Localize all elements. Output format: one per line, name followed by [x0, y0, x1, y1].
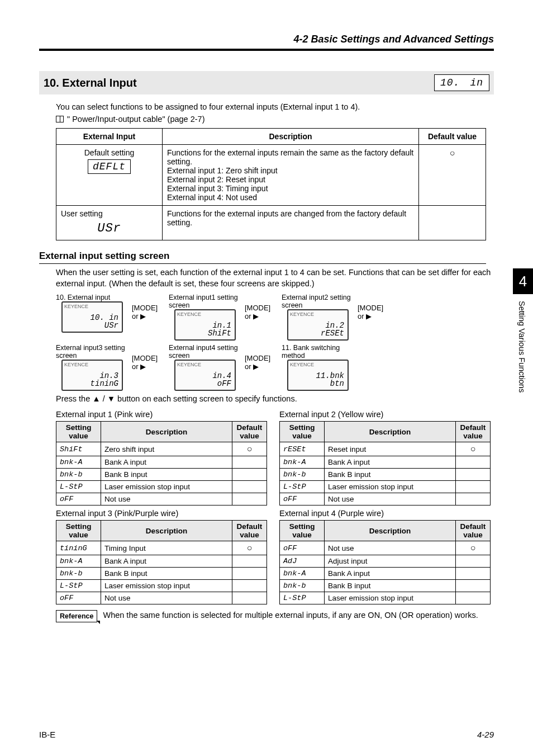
- row-desc: Functions for the external inputs remain…: [163, 145, 419, 206]
- section-intro: You can select functions to be assigned …: [56, 102, 494, 111]
- page-header-title: 4-2 Basic Settings and Advanced Settings: [39, 34, 494, 51]
- subsection-text: When the user setting is set, each funct…: [56, 267, 494, 289]
- external-input-table: External Input Description Default value…: [56, 128, 486, 240]
- row-default: [419, 206, 486, 240]
- reference-text: When the same function is selected for m…: [103, 610, 494, 621]
- row-seg: USr: [93, 220, 126, 237]
- th-description: Description: [163, 129, 419, 145]
- section-title: 10. External Input: [44, 77, 427, 89]
- table-caption-in4: External input 4 (Purple wire): [279, 509, 491, 518]
- table-caption-in3: External input 3 (Pink/Purple wire): [56, 509, 267, 518]
- badge-number: 10.: [440, 77, 460, 88]
- book-reference: " Power/Input-output cable" (page 2-7): [67, 115, 204, 124]
- flow-label: 10. External input: [56, 294, 129, 301]
- mode-arrow: [MODE] or ▶: [132, 354, 165, 371]
- footer-page-number: 4-29: [477, 730, 494, 739]
- mini-screen: KEYENCE in.3 tininG: [61, 360, 123, 391]
- table-row: Default setting dEFLt: [56, 145, 163, 206]
- book-icon: [56, 116, 64, 122]
- table-row: User setting USr: [56, 206, 163, 240]
- input4-table: Setting value Description Default value …: [279, 520, 491, 604]
- mini-screen: KEYENCE in.1 ShiFt: [174, 309, 236, 341]
- input1-table: Setting value Description Default value …: [56, 421, 267, 505]
- row-default: ○: [419, 145, 486, 206]
- input3-table: Setting value Description Default value …: [56, 520, 267, 604]
- footer-doc-id: IB-E: [39, 730, 55, 739]
- chapter-number: 4: [513, 268, 533, 294]
- input2-table: Setting value Description Default value …: [279, 421, 491, 505]
- section-badge: 10. in: [434, 74, 489, 91]
- th-default-value: Default value: [419, 129, 486, 145]
- badge-code: in: [470, 77, 483, 88]
- mini-screen: KEYENCE 11.bnk btn: [287, 360, 349, 391]
- th-desc: Description: [101, 422, 232, 442]
- row-label: Default setting: [61, 148, 158, 157]
- chapter-tab: 4 Setting Various Functions: [513, 268, 533, 399]
- mode-arrow: [MODE] or ▶: [245, 304, 278, 320]
- mini-screen: KEYENCE in.4 oFF: [174, 360, 236, 391]
- th-def: Default value: [232, 422, 267, 442]
- chapter-title: Setting Various Functions: [513, 294, 531, 399]
- reference-badge: Reference: [56, 610, 97, 622]
- table-caption-in1: External input 1 (Pink wire): [56, 410, 267, 419]
- row-seg: dEFLt: [88, 159, 131, 174]
- row-desc: Functions for the external inputs are ch…: [163, 206, 419, 240]
- mode-arrow: [MODE] or ▶: [132, 304, 165, 320]
- table-caption-in2: External input 2 (Yellow wire): [279, 410, 491, 419]
- setting-flow-row2: External input3 setting screen KEYENCE i…: [56, 344, 494, 391]
- flow-label: External input1 setting screen: [169, 294, 241, 309]
- flow-label: External input4 setting screen: [169, 344, 241, 360]
- press-note: Press the ▲ / ▼ button on each setting s…: [56, 394, 494, 403]
- th-sv: Setting value: [56, 422, 101, 442]
- flow-label: External input3 setting screen: [56, 344, 129, 360]
- setting-flow-row1: 10. External input KEYENCE 10. in USr [M…: [56, 294, 494, 341]
- flow-label: External input2 setting screen: [282, 294, 354, 309]
- flow-label: 11. Bank switching method: [282, 344, 354, 360]
- mini-screen: KEYENCE 10. in USr: [61, 301, 123, 333]
- mode-arrow: [MODE] or ▶: [358, 304, 391, 320]
- mini-screen: KEYENCE in.2 rESEt: [287, 309, 349, 341]
- th-external-input: External Input: [56, 129, 163, 145]
- subsection-heading: External input setting screen: [39, 251, 486, 264]
- row-label: User setting: [61, 209, 158, 218]
- mode-arrow: [MODE] or ▶: [245, 354, 278, 371]
